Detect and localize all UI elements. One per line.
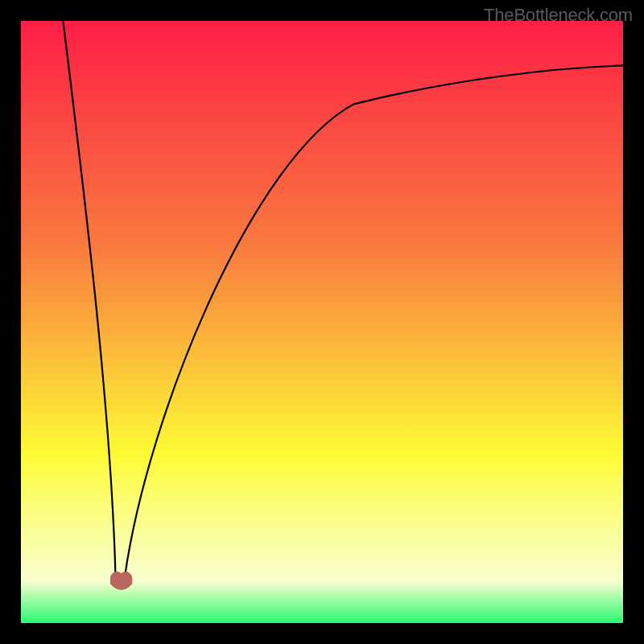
chart-area (21, 21, 623, 623)
minimum-marker-icon (110, 572, 131, 590)
watermark-text: TheBottleneck.com (484, 5, 633, 26)
chart-svg (21, 21, 623, 623)
gradient-background (21, 21, 623, 623)
